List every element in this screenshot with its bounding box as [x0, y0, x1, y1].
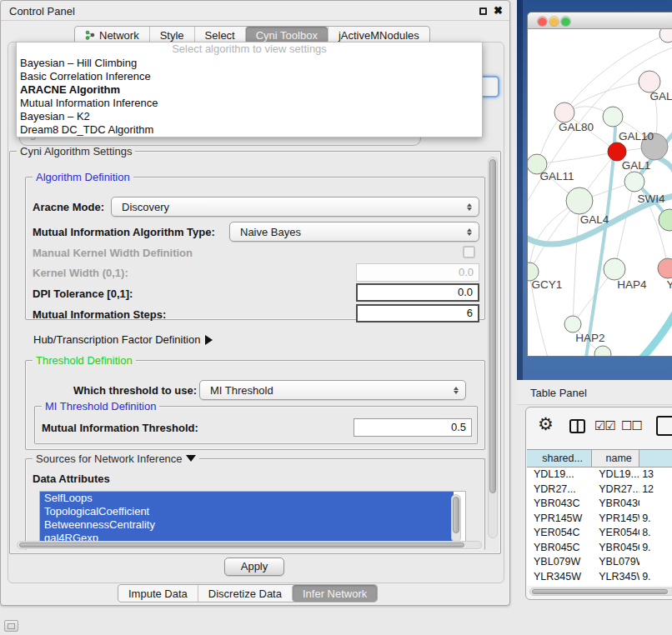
dock-panel-icon[interactable] — [4, 620, 18, 632]
algorithm-option[interactable]: Bayesian – K2 — [17, 110, 482, 123]
attribute-item[interactable]: BetweennessCentrality — [40, 518, 454, 532]
column-header-shared-name[interactable]: shared... — [527, 450, 592, 467]
table-cell: 9. — [639, 541, 672, 556]
table-cell — [639, 555, 672, 570]
table-row[interactable]: YBR045CYBR045C9. — [527, 541, 672, 556]
mi-type-value: Naive Bayes — [240, 226, 301, 238]
attribute-item[interactable]: SelfLoops — [40, 492, 454, 505]
hub-definition-toggle[interactable]: Hub/Transcription Factor Definition — [33, 333, 213, 346]
close-icon[interactable]: ✖ — [494, 4, 503, 17]
table-row[interactable]: YDR27...YDR27...12 — [527, 482, 672, 498]
mi-threshold-group: MI Threshold Definition Mutual Informati… — [34, 406, 478, 444]
minimize-traffic-icon[interactable] — [549, 17, 559, 26]
table-cell: 8. — [639, 526, 672, 541]
tab-label: Discretize Data — [208, 588, 282, 600]
apply-button[interactable]: Apply — [224, 558, 284, 576]
deselect-all-checkboxes-icon[interactable]: ☐☐ — [621, 418, 642, 433]
algorithm-option[interactable]: ARACNE Algorithm — [17, 83, 482, 97]
which-threshold-label: Which threshold to use: — [73, 384, 197, 397]
close-traffic-icon[interactable] — [538, 17, 547, 26]
table-cell: 13 — [639, 468, 672, 482]
table-window: ⚙ ☑☑ ☐☐ shared... name YDL19...YDL19...1… — [525, 407, 672, 600]
table-row[interactable]: YIL052CYIL052C0. — [527, 584, 672, 586]
kernel-width-field[interactable]: 0.0 — [356, 263, 479, 282]
table-horizontal-scrollbar[interactable] — [529, 588, 672, 596]
zoom-traffic-icon[interactable] — [561, 17, 570, 26]
dpi-tolerance-field[interactable]: 0.0 — [356, 283, 479, 302]
network-edge — [658, 158, 672, 172]
table-row[interactable]: YBR043CYBR043C — [527, 497, 672, 512]
aracne-mode-combo[interactable]: Discovery — [111, 197, 479, 217]
table-function-icon[interactable] — [656, 416, 672, 436]
node-label: GAL11 — [539, 170, 574, 182]
sources-group-title[interactable]: Sources for Network Inference — [33, 452, 199, 465]
network-node[interactable] — [604, 258, 625, 280]
network-edge — [573, 201, 579, 324]
algorithm-option[interactable]: Mutual Information Inference — [17, 97, 482, 110]
attributes-list-scrollbar[interactable] — [451, 494, 461, 542]
table-row[interactable]: YER054CYER054C8. — [527, 526, 672, 541]
attribute-item[interactable]: TopologicalCoefficient — [40, 505, 454, 518]
table-row[interactable]: YPR145WYPR145W9. — [527, 512, 672, 527]
network-canvas[interactable]: GALGAL80GAL10GAL1GAL11SWI4GAL4GCY1HAP4YH… — [528, 29, 672, 357]
column-header-clipped[interactable] — [639, 450, 672, 467]
algorithm-option[interactable]: Bayesian – Hill Climbing — [17, 57, 482, 70]
node-label: GAL — [649, 90, 672, 102]
network-node[interactable] — [566, 188, 593, 214]
network-node[interactable] — [608, 142, 626, 161]
data-attributes-label: Data Attributes — [33, 472, 110, 485]
tab-jactivemnodules[interactable]: jActiveMNodules — [328, 27, 429, 43]
network-node[interactable] — [594, 346, 611, 357]
tab-discretize-data[interactable]: Discretize Data — [198, 585, 292, 602]
manual-kernel-checkbox[interactable] — [463, 246, 475, 258]
table-row[interactable]: YLR345WYLR345W9. — [527, 570, 672, 585]
network-node[interactable] — [554, 102, 574, 122]
network-icon — [85, 30, 95, 40]
columns-icon[interactable] — [569, 419, 585, 433]
table-row[interactable]: YBL079WYBL079W — [527, 555, 672, 570]
table-cell: 0. — [639, 584, 672, 586]
tab-label: jActiveMNodules — [339, 29, 419, 42]
bottom-tabs: Impute DataDiscretize DataInfer Network — [118, 584, 378, 602]
float-window-icon[interactable] — [479, 8, 487, 15]
table-cell: 9. — [639, 570, 672, 585]
network-node[interactable] — [603, 107, 623, 127]
aracne-mode-label: Aracne Mode: — [33, 201, 104, 213]
mi-type-combo[interactable]: Naive Bayes — [229, 222, 479, 242]
network-node[interactable] — [659, 29, 672, 42]
which-threshold-combo[interactable]: MI Threshold — [199, 380, 466, 400]
table-cell: YBL079W — [592, 555, 639, 570]
network-node[interactable] — [659, 209, 672, 231]
table-row[interactable]: YDL19...YDL19...13 — [527, 468, 672, 482]
algorithm-option[interactable]: Basic Correlation Inference — [17, 70, 482, 83]
tab-select[interactable]: Select — [194, 27, 245, 43]
tab-cyni-toolbox[interactable]: Cyni Toolbox — [245, 27, 328, 43]
table-cell: YBR045C — [592, 541, 639, 556]
node-label: Y — [666, 278, 672, 291]
manual-kernel-label: Manual Kernel Width Definition — [33, 247, 193, 259]
tab-network[interactable]: Network — [75, 27, 149, 43]
combo-spinner-icon — [454, 387, 459, 394]
mi-steps-field[interactable]: 6 — [356, 304, 479, 322]
mi-threshold-field[interactable]: 0.5 — [354, 418, 472, 437]
gear-icon[interactable]: ⚙ — [538, 414, 554, 434]
network-node[interactable] — [564, 316, 581, 332]
algorithm-option[interactable]: Dream8 DC_TDC Algorithm — [17, 123, 482, 137]
network-node[interactable] — [624, 172, 644, 192]
collapsed-arrow-icon — [205, 335, 213, 345]
node-label: SWI4 — [637, 192, 664, 205]
network-edge — [641, 314, 672, 357]
settings-vertical-scrollbar[interactable] — [488, 157, 498, 538]
which-threshold-value: MI Threshold — [210, 384, 273, 397]
column-header-name[interactable]: name — [592, 450, 639, 467]
algorithm-select-dropdown[interactable]: Select algorithm to view settings Bayesi… — [16, 42, 483, 138]
tab-impute-data[interactable]: Impute Data — [118, 585, 198, 602]
select-all-checkboxes-icon[interactable]: ☑☑ — [594, 418, 615, 433]
network-node[interactable] — [658, 258, 672, 278]
settings-horizontal-scrollbar[interactable] — [17, 541, 482, 549]
table-cell: YIL052C — [527, 584, 592, 586]
control-panel-window: Control Panel ✖ NetworkStyleSelectCyni T… — [0, 0, 510, 606]
tab-infer-network[interactable]: Infer Network — [292, 585, 377, 602]
panel-title: Control Panel — [9, 5, 75, 18]
tab-style[interactable]: Style — [149, 27, 194, 43]
